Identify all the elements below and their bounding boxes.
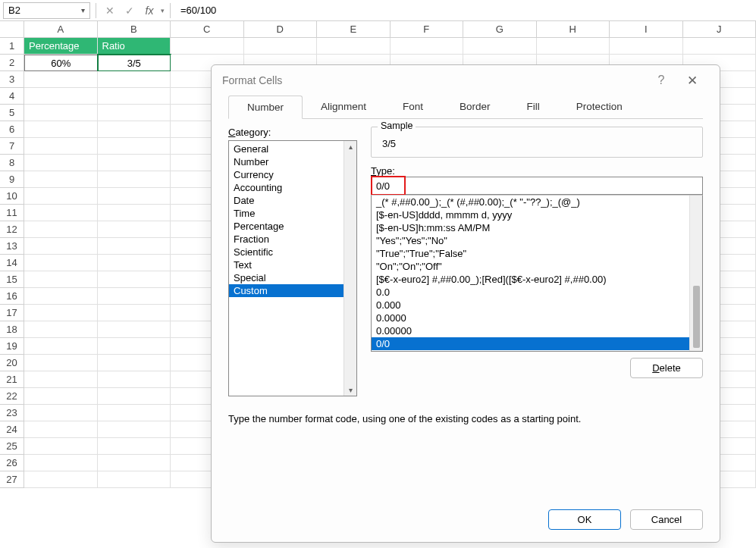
format-item[interactable]: "Yes";"Yes";"No" xyxy=(372,234,702,247)
row-head[interactable]: 12 xyxy=(0,221,24,238)
cell[interactable] xyxy=(98,371,171,388)
tab-alignment[interactable]: Alignment xyxy=(303,96,384,118)
category-item[interactable]: Scientific xyxy=(229,246,356,258)
cell[interactable] xyxy=(98,255,171,271)
row-head[interactable]: 27 xyxy=(0,471,24,488)
cell[interactable] xyxy=(391,38,464,55)
col-head[interactable]: D xyxy=(244,21,318,38)
cell[interactable] xyxy=(98,438,171,455)
scrollbar-thumb[interactable] xyxy=(693,286,700,348)
col-head[interactable]: J xyxy=(683,21,757,38)
format-item[interactable]: "On";"On";"Off" xyxy=(372,260,702,273)
cell[interactable] xyxy=(24,355,98,371)
category-item[interactable]: Accounting xyxy=(229,181,356,194)
category-item[interactable]: Fraction xyxy=(229,233,356,246)
cell[interactable] xyxy=(610,38,683,55)
format-item[interactable]: [$-en-US]h:mm:ss AM/PM xyxy=(372,221,702,234)
cell[interactable] xyxy=(24,121,98,138)
cell[interactable] xyxy=(24,421,98,438)
row-head[interactable]: 9 xyxy=(0,171,24,188)
cell[interactable] xyxy=(24,105,98,121)
format-item[interactable]: 0.0000 xyxy=(372,312,702,324)
cell[interactable] xyxy=(317,38,391,55)
cell[interactable] xyxy=(24,171,98,188)
cell[interactable] xyxy=(24,238,98,255)
col-head[interactable]: C xyxy=(171,21,244,38)
tab-protection[interactable]: Protection xyxy=(558,96,641,118)
cell[interactable] xyxy=(24,221,98,238)
cell[interactable] xyxy=(98,155,171,171)
type-input[interactable] xyxy=(371,177,703,195)
cell[interactable] xyxy=(98,338,171,355)
row-head[interactable]: 25 xyxy=(0,438,24,455)
chevron-down-icon[interactable]: ▾ xyxy=(161,7,165,14)
cell[interactable] xyxy=(98,321,171,338)
delete-button[interactable]: Delete xyxy=(630,358,703,378)
format-item[interactable]: [$€-x-euro2] #,##0.00_);[Red]([$€-x-euro… xyxy=(372,273,702,286)
row-head[interactable]: 10 xyxy=(0,188,24,205)
row-head[interactable]: 19 xyxy=(0,338,24,355)
tab-fill[interactable]: Fill xyxy=(509,96,558,118)
fx-icon[interactable]: fx xyxy=(141,2,158,19)
col-head[interactable]: F xyxy=(391,21,464,38)
cell[interactable] xyxy=(24,205,98,221)
category-list[interactable]: General Number Currency Accounting Date … xyxy=(228,140,357,396)
cell[interactable] xyxy=(24,388,98,405)
cancel-button[interactable]: Cancel xyxy=(630,509,703,530)
accept-formula-icon[interactable]: ✓ xyxy=(121,2,138,19)
cell[interactable] xyxy=(24,188,98,205)
cell-A1[interactable]: Percentage xyxy=(24,38,98,55)
cell[interactable] xyxy=(98,71,171,88)
row-head[interactable]: 2 xyxy=(0,55,24,71)
formula-input[interactable] xyxy=(176,2,753,19)
cancel-formula-icon[interactable]: ✕ xyxy=(102,2,118,19)
format-item[interactable]: 0/0 xyxy=(372,337,702,350)
scroll-up-icon[interactable]: ▴ xyxy=(349,142,353,151)
name-box[interactable]: B2 ▾ xyxy=(3,2,90,19)
row-head[interactable]: 18 xyxy=(0,321,24,338)
format-item[interactable]: "True";"True";"False" xyxy=(372,247,702,260)
cell[interactable] xyxy=(171,38,244,55)
close-icon[interactable]: ✕ xyxy=(676,66,709,95)
scroll-down-icon[interactable]: ▾ xyxy=(349,386,353,394)
row-head[interactable]: 16 xyxy=(0,288,24,305)
tab-number[interactable]: Number xyxy=(228,96,303,119)
cell[interactable] xyxy=(98,405,171,421)
cell[interactable] xyxy=(98,138,171,155)
cell[interactable] xyxy=(98,288,171,305)
row-head[interactable]: 3 xyxy=(0,71,24,88)
category-item[interactable]: Time xyxy=(229,207,356,220)
cell[interactable] xyxy=(24,138,98,155)
cell[interactable] xyxy=(24,255,98,271)
format-item[interactable]: 0.00000 xyxy=(372,324,702,337)
cell[interactable] xyxy=(98,455,171,471)
row-head[interactable]: 15 xyxy=(0,271,24,288)
cell[interactable] xyxy=(98,88,171,105)
tab-border[interactable]: Border xyxy=(441,96,509,118)
cell[interactable] xyxy=(463,38,537,55)
cell[interactable] xyxy=(244,38,318,55)
cell[interactable] xyxy=(98,105,171,121)
row-head[interactable]: 26 xyxy=(0,455,24,471)
col-head[interactable]: G xyxy=(463,21,537,38)
row-head[interactable]: 1 xyxy=(0,38,24,55)
cell[interactable] xyxy=(24,288,98,305)
col-head[interactable]: I xyxy=(610,21,683,38)
format-item[interactable]: 0.000 xyxy=(372,299,702,312)
col-head[interactable]: E xyxy=(317,21,391,38)
cell[interactable] xyxy=(98,421,171,438)
cell[interactable] xyxy=(24,271,98,288)
cell[interactable] xyxy=(98,221,171,238)
scrollbar[interactable]: ▴ ▾ xyxy=(343,141,356,396)
category-item[interactable]: Custom xyxy=(229,284,356,297)
cell[interactable] xyxy=(98,188,171,205)
cell[interactable] xyxy=(98,355,171,371)
cell[interactable] xyxy=(24,88,98,105)
cell[interactable] xyxy=(24,405,98,421)
tab-font[interactable]: Font xyxy=(384,96,441,118)
col-head[interactable]: H xyxy=(537,21,610,38)
format-list[interactable]: _(* #,##0.00_);_(* (#,##0.00);_(* "-"??_… xyxy=(371,195,703,352)
cell[interactable] xyxy=(24,371,98,388)
select-all-corner[interactable] xyxy=(0,21,24,38)
category-item[interactable]: Text xyxy=(229,258,356,271)
